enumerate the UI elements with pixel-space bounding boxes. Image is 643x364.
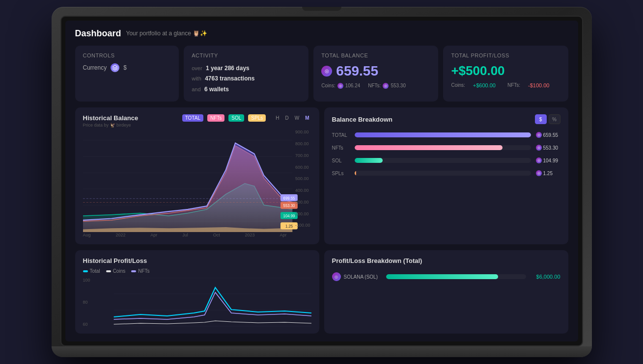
breakdown-value-sol: ◎ 104.99	[536, 157, 560, 163]
laptop-base	[52, 346, 592, 357]
coins-sol-icon: ◎	[337, 83, 343, 89]
middle-section: Historical Balance Price data by 🦅 birde…	[75, 107, 568, 244]
chart-title: Historical Balance	[83, 114, 139, 122]
breakdown-toggle: $ %	[535, 114, 560, 124]
filter-total[interactable]: TOTAL	[182, 114, 203, 122]
profit-main: +$500.00	[451, 63, 560, 78]
toggle-percent[interactable]: %	[549, 114, 560, 124]
legend-nfts-label: NFTs	[138, 268, 149, 274]
sol-icon: ◎	[321, 66, 332, 77]
time-m[interactable]: M	[303, 114, 311, 122]
profit-nfts-label: NFTs:	[507, 82, 520, 88]
breakdown-row-nfts: NFTs ◎ 553.30	[332, 145, 560, 151]
breakdown-label-sol: SOL	[332, 158, 350, 163]
breakdown-title: Balance Breakdown	[332, 116, 393, 123]
chart-header: Historical Balance Price data by 🦅 birde…	[83, 114, 311, 128]
profit-coins-value: +$600.00	[473, 82, 496, 88]
legend-dot-total	[83, 270, 88, 272]
breakdown-bar-total	[355, 132, 531, 137]
spls-sol-icon: ◎	[536, 170, 542, 176]
breakdown-header: Balance Breakdown $ %	[332, 114, 560, 124]
activity-transactions: 4763 transactions	[205, 75, 254, 82]
pnl-token-name: SOLANA (SOL)	[344, 274, 378, 280]
filter-spls[interactable]: SPLs	[248, 114, 266, 122]
total-pnl-card: Total Profit/Loss +$500.00 Coins: +$600.…	[443, 46, 568, 102]
balance-sub: Coins: ◎ 106.24 NFTs: ◎ 553.30	[321, 83, 430, 89]
historical-pnl-title: Historical Profit/Loss	[83, 257, 311, 264]
breakdown-bar-container-spls	[355, 171, 531, 176]
over-label: over	[192, 65, 202, 71]
coins-label: Coins:	[321, 83, 335, 88]
controls-card: Controls Currency $	[75, 46, 179, 102]
breakdown-bar-sol	[355, 158, 383, 163]
profit-coins-label: Coins:	[451, 82, 465, 88]
controls-title: Controls	[83, 52, 171, 58]
pnl-breakdown-title: Profit/Loss Breakdown (Total)	[332, 257, 560, 264]
and-label: and	[192, 86, 200, 92]
chart-filters: TOTAL NFTs SOL SPLs H D W M	[182, 114, 311, 122]
breakdown-row-sol: SOL ◎ 104.99	[332, 157, 560, 163]
nfts-value: 553.30	[391, 83, 406, 88]
legend-coins-label: Coins	[113, 268, 126, 274]
bottom-row: Historical Profit/Loss Total Coins	[75, 250, 568, 334]
breakdown-value-spls: ◎ 1.25	[536, 170, 560, 176]
breakdown-row-total: TOTAL ◎ 659.55	[332, 132, 560, 138]
svg-text:1.25: 1.25	[285, 224, 292, 229]
chart-svg: 699.55 553.30 104.99 1.25	[83, 130, 311, 237]
historical-balance-chart: Historical Balance Price data by 🦅 birde…	[75, 107, 319, 244]
currency-row: Currency $	[83, 63, 171, 72]
nfts-sol-icon2: ◎	[536, 145, 542, 151]
filter-sol[interactable]: SOL	[228, 114, 244, 122]
profit-chart-svg	[83, 278, 311, 327]
breakdown-bar-container-sol	[355, 158, 531, 163]
pnl-bar	[386, 274, 498, 279]
legend-nfts: NFTs	[131, 268, 149, 274]
coins-value: 106.24	[345, 83, 361, 88]
balance-main: ◎ 659.55	[321, 63, 430, 79]
nfts-label: NFTs:	[368, 83, 381, 88]
chart-x-labels: Aug 2022 Apr Jul Oct 2023 Apr	[83, 233, 287, 237]
dashboard-header: Dashboard Your portfolio at a glance 🦉✨	[75, 28, 568, 39]
toggle-dollar[interactable]: $	[535, 114, 547, 124]
svg-text:104.99: 104.99	[283, 213, 295, 219]
pnl-token-icon: ◎	[332, 272, 341, 281]
currency-icon[interactable]	[111, 63, 119, 72]
breakdown-label-spls: SPLs	[332, 171, 350, 176]
pnl-row-solana: ◎ SOLANA (SOL) $6,000.00	[332, 272, 560, 281]
profit-chart-area: 100 80 60	[83, 278, 311, 327]
legend-dot-coins	[106, 270, 111, 272]
breakdown-value-nfts: ◎ 553.30	[536, 145, 560, 151]
activity-card: Activity over 1 year 286 days with 4763 …	[184, 46, 308, 102]
breakdown-row-spls: SPLs ◎ 1.25	[332, 170, 560, 176]
breakdown-bar-container-total	[355, 132, 531, 137]
chart-area: 699.55 553.30 104.99 1.25 900.00	[83, 130, 311, 237]
dashboard-subtitle: Your portfolio at a glance 🦉✨	[126, 30, 208, 37]
activity-rows: over 1 year 286 days with 4763 transacti…	[192, 63, 301, 95]
chart-subtitle: Price data by 🦅 birdeye	[83, 123, 139, 128]
activity-title: Activity	[192, 52, 301, 58]
legend-coins: Coins	[106, 268, 126, 274]
time-d[interactable]: D	[283, 114, 290, 122]
breakdown-label-nfts: NFTs	[332, 145, 350, 151]
breakdown-label-total: TOTAL	[332, 132, 350, 138]
balance-breakdown-card: Balance Breakdown $ % TOTAL	[324, 107, 568, 244]
filter-nfts[interactable]: NFTs	[207, 114, 224, 122]
nfts-sol-icon: ◎	[383, 83, 389, 89]
balance-amount: 659.55	[336, 63, 378, 79]
time-h[interactable]: H	[274, 114, 281, 122]
breakdown-bar-container-nfts	[355, 145, 531, 150]
time-w[interactable]: W	[293, 114, 301, 122]
breakdown-rows: TOTAL ◎ 659.55 NFTs	[332, 132, 560, 176]
total-pnl-title: Total Profit/Loss	[451, 52, 560, 58]
profit-legend: Total Coins NFTs	[83, 268, 311, 274]
balance-coins: Coins: ◎ 106.24	[321, 83, 360, 89]
breakdown-bar-spls	[355, 171, 357, 176]
svg-text:699.55: 699.55	[283, 196, 295, 201]
dashboard-title: Dashboard	[75, 28, 121, 39]
activity-period: 1 year 286 days	[206, 65, 250, 72]
profit-y-labels: 100 80 60	[83, 278, 90, 327]
legend-total: Total	[83, 268, 100, 274]
legend-dot-nfts	[131, 270, 136, 272]
top-cards: Controls Currency $	[75, 46, 568, 102]
sol-sol-icon: ◎	[536, 157, 542, 163]
